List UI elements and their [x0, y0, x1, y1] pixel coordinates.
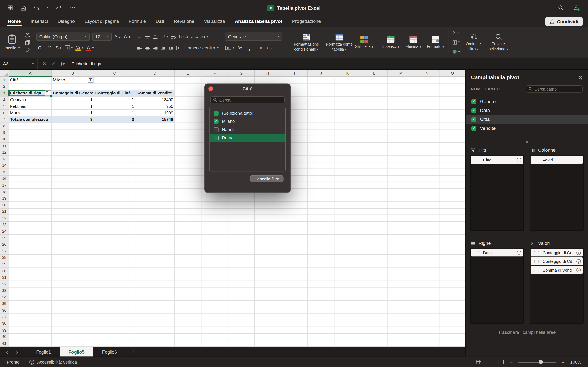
cell-C26[interactable]: [94, 242, 135, 248]
cell-J23[interactable]: [308, 222, 334, 228]
cell-O32[interactable]: [440, 281, 465, 287]
cell-J15[interactable]: [308, 169, 334, 175]
cell-K5[interactable]: [334, 103, 361, 110]
cell-L25[interactable]: [361, 235, 388, 241]
cell-K23[interactable]: [334, 222, 361, 228]
cell-F41[interactable]: [201, 340, 228, 347]
cell-O27[interactable]: [440, 248, 465, 254]
cell-M15[interactable]: [388, 169, 414, 175]
cell-O28[interactable]: [440, 254, 465, 261]
cell-F21[interactable]: [201, 208, 228, 215]
filter-option-milano[interactable]: ✓Milano: [210, 117, 285, 125]
column-header-N[interactable]: N: [415, 70, 440, 77]
drag-handle-icon[interactable]: ⋮⋮: [533, 259, 540, 263]
row-header-7[interactable]: 7: [0, 116, 9, 123]
cell-J6[interactable]: [308, 110, 334, 116]
row-header-1[interactable]: 1: [0, 77, 9, 83]
cell-J30[interactable]: [308, 268, 334, 274]
cell-M13[interactable]: [388, 156, 414, 162]
delete-cells-button[interactable]: Elimina ▾: [403, 36, 423, 49]
cell-D40[interactable]: [135, 334, 175, 340]
drag-handle-icon[interactable]: ⋮⋮: [533, 251, 540, 254]
cell-E13[interactable]: [175, 156, 201, 162]
cell-O3[interactable]: [440, 90, 465, 96]
cell-K15[interactable]: [334, 169, 361, 175]
cell-O33[interactable]: [440, 287, 465, 294]
cell-O25[interactable]: [440, 235, 465, 241]
ribbon-tab-dati[interactable]: Dati: [151, 16, 169, 27]
row-header-14[interactable]: 14: [0, 162, 9, 169]
cell-K25[interactable]: [334, 235, 361, 241]
cell-G25[interactable]: [228, 235, 255, 241]
cell-B14[interactable]: [52, 162, 94, 169]
sheet-tab-foglio6[interactable]: Foglio6: [93, 347, 126, 357]
cell-K4[interactable]: [334, 96, 361, 103]
cell-D1[interactable]: [135, 77, 175, 83]
cell-O21[interactable]: [440, 208, 465, 215]
cell-D32[interactable]: [135, 281, 175, 287]
cell-L2[interactable]: [361, 83, 388, 90]
cell-M1[interactable]: [388, 77, 414, 83]
column-header-L[interactable]: L: [361, 70, 388, 77]
cell-O24[interactable]: [440, 228, 465, 235]
sheet-tab-foglio5[interactable]: Foglio5: [60, 347, 93, 357]
cell-I27[interactable]: [281, 248, 308, 254]
window-controls-icon[interactable]: [8, 5, 13, 11]
cell-O34[interactable]: [440, 294, 465, 300]
cell-B39[interactable]: [52, 327, 94, 333]
cell-L35[interactable]: [361, 300, 388, 307]
cell-D9[interactable]: [135, 129, 175, 136]
row-header-24[interactable]: 24: [0, 228, 9, 235]
cell-C39[interactable]: [94, 327, 135, 333]
cell-C41[interactable]: [94, 340, 135, 347]
cell-E20[interactable]: [175, 202, 201, 208]
increase-font-size-button[interactable]: A▲: [114, 33, 121, 41]
cell-F30[interactable]: [201, 268, 228, 274]
cell-E12[interactable]: [175, 149, 201, 156]
cell-O1[interactable]: [440, 77, 465, 83]
field-data[interactable]: ✓Data: [466, 106, 588, 115]
cell-A27[interactable]: [9, 248, 52, 254]
close-panel-icon[interactable]: ✕: [578, 75, 583, 80]
cell-C32[interactable]: [94, 281, 135, 287]
cell-D34[interactable]: [135, 294, 175, 300]
cell-A18[interactable]: [9, 189, 52, 195]
cell-C9[interactable]: [94, 129, 135, 136]
zoom-slider[interactable]: [518, 361, 556, 362]
cell-L34[interactable]: [361, 294, 388, 300]
cell-F38[interactable]: [201, 320, 228, 327]
cell-D21[interactable]: [135, 208, 175, 215]
cell-K32[interactable]: [334, 281, 361, 287]
cell-O30[interactable]: [440, 268, 465, 274]
cell-K34[interactable]: [334, 294, 361, 300]
cell-M30[interactable]: [388, 268, 414, 274]
cell-N6[interactable]: [415, 110, 440, 116]
cell-B19[interactable]: [52, 195, 94, 202]
cell-F27[interactable]: [201, 248, 228, 254]
row-header-20[interactable]: 20: [0, 202, 9, 208]
checkbox-milano[interactable]: ✓: [214, 119, 219, 124]
cell-H19[interactable]: [255, 195, 281, 202]
cell-I38[interactable]: [281, 320, 308, 327]
share-button[interactable]: Condividi: [545, 17, 583, 26]
cell-J11[interactable]: [308, 142, 334, 149]
row-header-32[interactable]: 32: [0, 281, 9, 287]
cell-A13[interactable]: [9, 156, 52, 162]
zoom-level[interactable]: 100%: [570, 360, 581, 364]
cell-E31[interactable]: [175, 274, 201, 281]
cell-H36[interactable]: [255, 307, 281, 314]
cell-C27[interactable]: [94, 248, 135, 254]
cell-C40[interactable]: [94, 334, 135, 340]
cell-E38[interactable]: [175, 320, 201, 327]
decrease-decimal-button[interactable]: .00→: [265, 44, 273, 52]
cell-F1[interactable]: [201, 77, 228, 83]
cell-M31[interactable]: [388, 274, 414, 281]
cell-I32[interactable]: [281, 281, 308, 287]
cell-E37[interactable]: [175, 314, 201, 320]
column-header-O[interactable]: O: [440, 70, 465, 77]
cell-A35[interactable]: [9, 300, 52, 307]
cell-E7[interactable]: [175, 116, 201, 123]
cell-K41[interactable]: [334, 340, 361, 347]
save-icon[interactable]: [20, 5, 26, 11]
conditional-formatting-button[interactable]: Formattazione condizionale ▾: [288, 33, 324, 51]
